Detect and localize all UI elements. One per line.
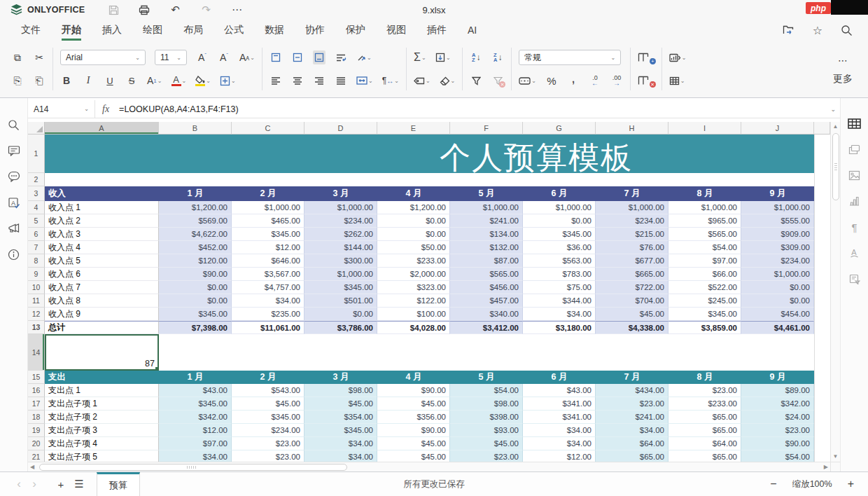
cell-C12[interactable]: $235.00	[232, 308, 304, 321]
row-header-5[interactable]: 5	[28, 214, 45, 228]
cell-E12[interactable]: $100.00	[377, 308, 450, 321]
cell-H18[interactable]: $241.00	[596, 411, 668, 424]
subscript-icon[interactable]: A1⌄	[147, 74, 162, 88]
format-as-table-icon[interactable]: ⌄	[669, 74, 685, 88]
cell-H5[interactable]: $234.00	[596, 214, 668, 228]
open-file-location-icon[interactable]	[783, 24, 795, 36]
increase-decimal-icon[interactable]: .00→	[610, 74, 623, 88]
copy-icon[interactable]: ⧉	[11, 50, 24, 64]
named-ranges-icon[interactable]: ⌄	[414, 74, 430, 88]
cell-E15[interactable]: 4 月	[377, 371, 450, 384]
cell-E20[interactable]: $45.00	[377, 437, 450, 450]
cell-B6[interactable]: $4,622.00	[159, 228, 232, 241]
insert-cells-icon[interactable]: +⌄	[638, 50, 654, 64]
cell-G19[interactable]: $34.00	[523, 424, 596, 437]
cell-A4[interactable]: 收入点 1	[45, 201, 159, 214]
cell-C18[interactable]: $345.00	[232, 411, 304, 424]
col-header-E[interactable]: E	[377, 122, 450, 135]
cell-J2[interactable]	[741, 173, 814, 186]
cell-F4[interactable]: $1,000.00	[450, 201, 523, 214]
cell-I10[interactable]: $522.00	[668, 281, 741, 294]
cell-H7[interactable]: $76.00	[596, 241, 668, 254]
cell-C11[interactable]: $34.00	[232, 294, 304, 308]
comments-icon[interactable]	[7, 144, 21, 158]
cell-J14[interactable]	[741, 334, 814, 371]
cell-D15[interactable]: 3 月	[304, 371, 377, 384]
sort-ascending-icon[interactable]: AZ↓	[470, 50, 482, 64]
cell-B21[interactable]: $34.00	[159, 450, 232, 462]
cell-D12[interactable]: $0.00	[304, 308, 377, 321]
cell-D10[interactable]: $345.00	[304, 281, 377, 294]
spellcheck-icon[interactable]: A	[7, 195, 21, 209]
cell-A17[interactable]: 支出点子项 1	[45, 397, 159, 411]
row-header-15[interactable]: 15	[28, 371, 45, 384]
cell-D4[interactable]: $1,000.00	[304, 201, 377, 214]
cell-A7[interactable]: 收入点 4	[45, 241, 159, 254]
row-header-13[interactable]: 13	[28, 321, 45, 334]
font-color-icon[interactable]: A⌄	[172, 74, 187, 88]
cell-G8[interactable]: $563.00	[523, 254, 596, 268]
cell-G18[interactable]: $341.00	[523, 411, 596, 424]
more-dots-icon[interactable]: ⋯	[836, 53, 849, 67]
menu-tab-9[interactable]: 视图	[386, 20, 406, 41]
formula-input[interactable]: =LOOKUP(A8,A4:A13,F4:F13)	[116, 104, 239, 114]
cell-A3[interactable]: 收入	[45, 186, 159, 201]
col-header-C[interactable]: C	[232, 122, 304, 135]
cell-C19[interactable]: $234.00	[232, 424, 304, 437]
cell-B18[interactable]: $342.00	[159, 411, 232, 424]
cell-A9[interactable]: 收入点 6	[45, 268, 159, 281]
cell-I2[interactable]	[668, 173, 741, 186]
cell-F21[interactable]: $23.00	[450, 450, 523, 462]
cell-J8[interactable]: $234.00	[741, 254, 814, 268]
cell-J16[interactable]: $89.00	[741, 384, 814, 397]
text-art-settings-icon[interactable]: A	[848, 246, 862, 260]
cell-C4[interactable]: $1,000.00	[232, 201, 304, 214]
cell-H2[interactable]	[596, 173, 668, 186]
row-header-12[interactable]: 12	[28, 308, 45, 321]
zoom-out-icon[interactable]: −	[770, 478, 776, 490]
horizontal-scroll-thumb[interactable]	[39, 464, 347, 471]
fill-icon[interactable]: ⌄	[435, 50, 451, 64]
cell-D8[interactable]: $300.00	[304, 254, 377, 268]
cell-filler[interactable]	[814, 450, 830, 462]
image-settings-icon[interactable]	[848, 168, 862, 182]
cell-filler[interactable]	[814, 254, 830, 268]
sort-descending-icon[interactable]: ZA↓	[491, 50, 504, 64]
cell-D3[interactable]: 3 月	[304, 186, 377, 201]
cell-D7[interactable]: $144.00	[304, 241, 377, 254]
cell-filler[interactable]	[814, 384, 830, 397]
col-header-F[interactable]: F	[450, 122, 523, 135]
cell-filler[interactable]	[814, 268, 830, 281]
paragraph-settings-icon[interactable]: ¶	[848, 220, 862, 234]
cell-F7[interactable]: $132.00	[450, 241, 523, 254]
cell-E9[interactable]: $2,000.00	[377, 268, 450, 281]
cell-E14[interactable]	[377, 334, 450, 371]
cell-H14[interactable]	[596, 334, 668, 371]
vertical-scrollbar[interactable]: ▲ ▼	[830, 122, 840, 462]
row-header-7[interactable]: 7	[28, 241, 45, 254]
col-header-A[interactable]: A	[45, 122, 159, 135]
col-header-D[interactable]: D	[304, 122, 377, 135]
cell-B16[interactable]: $43.00	[159, 384, 232, 397]
row-header-18[interactable]: 18	[28, 411, 45, 424]
cell-I12[interactable]: $345.00	[668, 308, 741, 321]
conditional-formatting-icon[interactable]: ⌄	[669, 50, 687, 64]
cell-B14[interactable]	[159, 334, 232, 371]
cell-filler[interactable]	[814, 173, 830, 186]
fill-color-icon[interactable]: ⌄	[195, 74, 211, 88]
cell-I5[interactable]: $965.00	[668, 214, 741, 228]
cell-I16[interactable]: $23.00	[668, 384, 741, 397]
cell-B15[interactable]: 1 月	[159, 371, 232, 384]
cell-E21[interactable]: $45.00	[377, 450, 450, 462]
more-button[interactable]: 更多	[833, 73, 853, 85]
sheet-list-icon[interactable]: ☰	[70, 478, 88, 490]
vertical-scroll-thumb[interactable]	[832, 133, 839, 200]
cell-I13[interactable]: $3,859.00	[668, 321, 741, 334]
cell-F9[interactable]: $565.00	[450, 268, 523, 281]
cell-B9[interactable]: $90.00	[159, 268, 232, 281]
cell-C14[interactable]	[232, 334, 304, 371]
cell-G21[interactable]: $12.00	[523, 450, 596, 462]
cell-J18[interactable]: $24.00	[741, 411, 814, 424]
cell-filler[interactable]	[814, 308, 830, 321]
cell-E5[interactable]: $0.00	[377, 214, 450, 228]
